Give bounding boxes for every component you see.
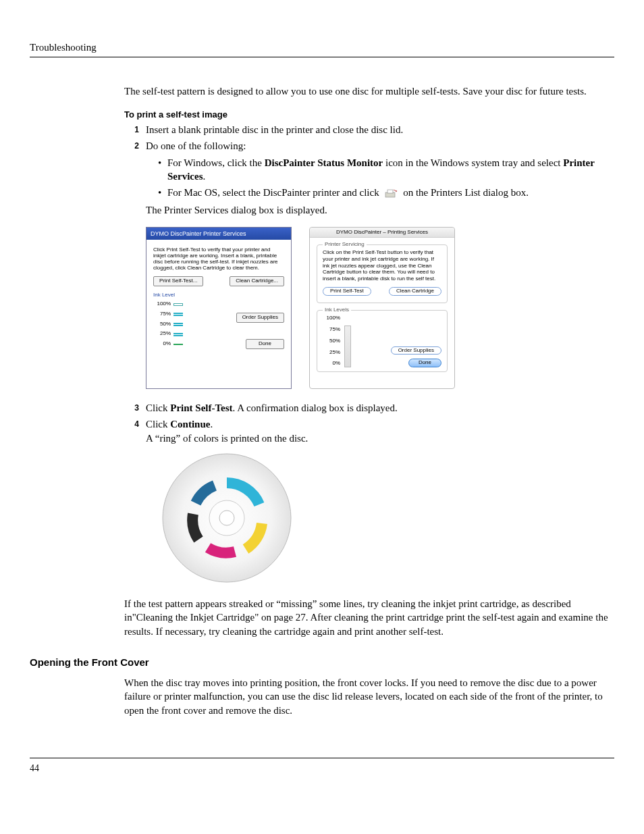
ink-level-title: Ink Level xyxy=(153,292,284,299)
order-supplies-button[interactable]: Order Supplies xyxy=(236,313,284,323)
dialog-title: DYMO DiscPainter – Printing Services xyxy=(310,228,454,238)
page-number: 44 xyxy=(30,763,39,773)
fieldset-legend: Printer Servicing xyxy=(323,241,367,249)
step-text: Insert a blank printable disc in the pri… xyxy=(146,123,614,136)
after-disc-paragraph: If the test pattern appears streaked or … xyxy=(124,597,614,638)
clean-cartridge-button[interactable]: Clean Cartridge xyxy=(389,287,441,296)
step-after-text: A “ring” of colors is printed on the dis… xyxy=(146,432,614,445)
disc-ring-illustration xyxy=(159,450,614,589)
clean-cartridge-button[interactable]: Clean Cartridge... xyxy=(230,276,284,286)
svg-point-5 xyxy=(219,511,234,525)
page-header: Troubleshooting xyxy=(30,42,97,53)
bullet-text: For Mac OS, select the DiscPainter print… xyxy=(167,186,614,199)
procedure-title: To print a self-test image xyxy=(124,109,614,121)
ink-label: 25% xyxy=(153,330,173,338)
step-text: Do one of the following: xyxy=(146,139,614,153)
dialog-description: Click Print Self-Test to verify that you… xyxy=(153,246,284,271)
print-self-test-button[interactable]: Print Self-Test xyxy=(323,287,371,296)
ink-label: 50% xyxy=(153,321,173,328)
svg-rect-1 xyxy=(387,190,393,193)
step-after-text: The Printer Services dialog box is displ… xyxy=(146,203,614,217)
ink-label: 100% xyxy=(323,315,343,322)
order-supplies-button[interactable]: Order Supplies xyxy=(391,346,441,355)
step-number: 3 xyxy=(124,401,139,415)
section-heading: Opening the Front Cover xyxy=(30,656,614,669)
ink-label: 75% xyxy=(323,326,343,334)
windows-printer-services-dialog: DYMO DiscPainter Printer Services Click … xyxy=(146,227,292,390)
ink-label: 0% xyxy=(153,340,173,348)
bullet-icon: • xyxy=(158,156,167,184)
svg-point-2 xyxy=(396,190,397,191)
step-text: Click Print Self-Test. A confirmation di… xyxy=(146,401,614,415)
ink-label: 0% xyxy=(323,360,343,367)
ink-label: 50% xyxy=(323,338,343,345)
done-button[interactable]: Done xyxy=(408,359,441,367)
step-number: 2 xyxy=(124,139,139,398)
bullet-icon: • xyxy=(158,186,167,199)
step-number: 4 xyxy=(124,417,139,594)
mac-printing-services-dialog: DYMO DiscPainter – Printing Services Pri… xyxy=(309,227,455,390)
fieldset-legend: Ink Levels xyxy=(323,307,351,314)
printer-utility-icon xyxy=(384,188,398,199)
section-body: When the disc tray moves into printing p… xyxy=(124,676,614,717)
ink-label: 100% xyxy=(153,301,173,308)
step-text: Click Continue. xyxy=(146,417,614,431)
ink-label: 75% xyxy=(153,311,173,318)
dialog-title: DYMO DiscPainter Printer Services xyxy=(146,228,291,240)
print-self-test-button[interactable]: Print Self-Test... xyxy=(153,276,203,286)
ink-label: 25% xyxy=(323,349,343,357)
step-number: 1 xyxy=(124,123,139,136)
dialog-description: Click on the Print Self-Test button to v… xyxy=(323,249,441,282)
done-button[interactable]: Done xyxy=(246,339,284,349)
bullet-text: For Windows, click the DiscPainter Statu… xyxy=(167,156,614,184)
ink-bar xyxy=(344,325,351,367)
intro-paragraph: The self-test pattern is designed to all… xyxy=(124,84,614,98)
